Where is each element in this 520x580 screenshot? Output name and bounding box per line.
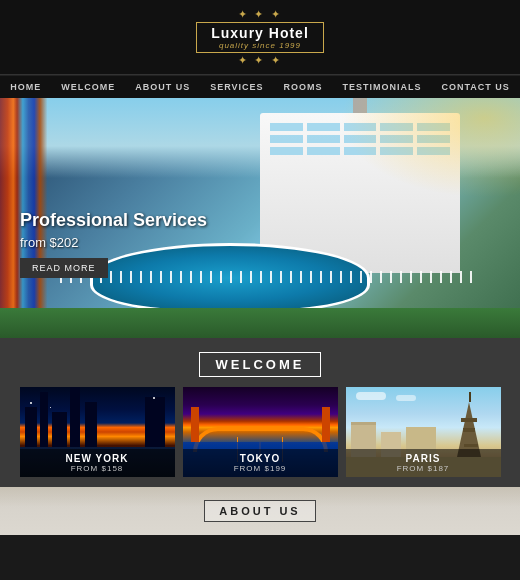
nav-home[interactable]: HOME xyxy=(0,82,51,92)
card-paris-overlay: PARIS FROM $187 xyxy=(346,449,501,477)
hero-section: Professional Services from $202 READ MOR… xyxy=(0,98,520,338)
welcome-section: WELCOME NEW YORK xyxy=(0,338,520,487)
hero-price: from $202 xyxy=(20,235,207,250)
card-tokyo-overlay: TOKYO FROM $199 xyxy=(183,449,338,477)
nav-about-us[interactable]: ABOUT US xyxy=(125,82,200,92)
card-paris[interactable]: PARIS FROM $187 xyxy=(346,387,501,477)
main-nav: HOME WELCOME ABOUT US SERVICES ROOMS TES… xyxy=(0,75,520,98)
hero-read-more-button[interactable]: READ MORE xyxy=(20,258,108,278)
hero-text-block: Professional Services from $202 READ MOR… xyxy=(20,210,207,278)
card-ny-city: NEW YORK xyxy=(26,453,169,464)
logo: ✦ ✦ ✦ Luxury Hotel quality since 1999 ✦ … xyxy=(196,8,324,67)
card-tokyo[interactable]: TOKYO FROM $199 xyxy=(183,387,338,477)
nav-contact[interactable]: CONTACT US xyxy=(432,82,520,92)
card-tokyo-city: TOKYO xyxy=(189,453,332,464)
about-us-title: ABOUT US xyxy=(204,500,315,522)
card-paris-city: PARIS xyxy=(352,453,495,464)
logo-box: Luxury Hotel quality since 1999 xyxy=(196,22,324,53)
card-new-york[interactable]: NEW YORK FROM $158 xyxy=(20,387,175,477)
hero-headline: Professional Services xyxy=(20,210,207,232)
hero-sun-glow xyxy=(340,98,520,198)
card-tokyo-price: FROM $199 xyxy=(189,464,332,473)
card-ny-overlay: NEW YORK FROM $158 xyxy=(20,449,175,477)
logo-ornament-top: ✦ ✦ ✦ xyxy=(196,8,324,21)
card-paris-price: FROM $187 xyxy=(352,464,495,473)
nav-welcome[interactable]: WELCOME xyxy=(51,82,125,92)
about-section: ABOUT US xyxy=(0,487,520,535)
nav-services[interactable]: SERVICES xyxy=(200,82,273,92)
logo-ornament-bottom: ✦ ✦ ✦ xyxy=(196,54,324,67)
nav-rooms[interactable]: ROOMS xyxy=(274,82,333,92)
welcome-title: WELCOME xyxy=(199,352,322,377)
logo-title: Luxury Hotel xyxy=(211,25,309,41)
logo-subtitle: quality since 1999 xyxy=(211,41,309,50)
nav-testimonials[interactable]: TESTIMONIALS xyxy=(333,82,432,92)
city-cards-row: NEW YORK FROM $158 TOKYO xyxy=(10,387,510,477)
site-header: ✦ ✦ ✦ Luxury Hotel quality since 1999 ✦ … xyxy=(0,0,520,75)
card-ny-price: FROM $158 xyxy=(26,464,169,473)
hero-ground xyxy=(0,308,520,338)
